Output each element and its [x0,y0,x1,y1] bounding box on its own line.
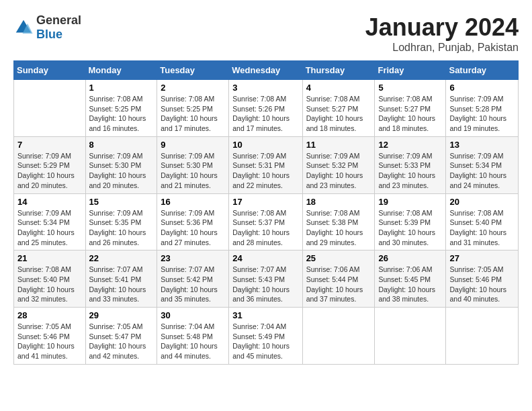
day-info: Sunrise: 7:09 AMSunset: 5:32 PMDaylight:… [306,151,371,191]
header-day-monday: Monday [85,61,157,80]
calendar-cell: 7Sunrise: 7:09 AMSunset: 5:29 PMDaylight… [14,136,86,193]
header-day-tuesday: Tuesday [157,61,229,80]
calendar-table: SundayMondayTuesdayWednesdayThursdayFrid… [13,60,519,365]
day-info: Sunrise: 7:07 AMSunset: 5:43 PMDaylight:… [232,265,298,304]
day-info: Sunrise: 7:09 AMSunset: 5:34 PMDaylight:… [17,208,82,248]
day-info: Sunrise: 7:08 AMSunset: 5:27 PMDaylight:… [306,94,371,134]
calendar-cell: 25Sunrise: 7:06 AMSunset: 5:44 PMDayligh… [302,250,375,308]
day-number: 19 [378,197,442,207]
day-number: 26 [378,253,442,263]
day-info: Sunrise: 7:06 AMSunset: 5:44 PMDaylight:… [306,265,371,304]
calendar-header: SundayMondayTuesdayWednesdayThursdayFrid… [14,61,519,80]
header-day-saturday: Saturday [446,61,519,80]
week-row-1: 1Sunrise: 7:08 AMSunset: 5:25 PMDaylight… [14,80,519,137]
day-number: 27 [449,253,515,263]
calendar-cell: 9Sunrise: 7:09 AMSunset: 5:30 PMDaylight… [157,136,229,193]
calendar-cell: 23Sunrise: 7:07 AMSunset: 5:42 PMDayligh… [157,250,229,308]
day-number: 18 [306,197,371,207]
calendar-cell [14,80,86,137]
day-info: Sunrise: 7:06 AMSunset: 5:45 PMDaylight:… [378,265,442,304]
day-info: Sunrise: 7:08 AMSunset: 5:25 PMDaylight:… [89,94,154,134]
calendar-cell: 5Sunrise: 7:08 AMSunset: 5:27 PMDaylight… [375,80,446,137]
day-number: 31 [232,310,298,320]
day-number: 30 [161,310,225,320]
calendar-cell: 4Sunrise: 7:08 AMSunset: 5:27 PMDaylight… [302,80,375,137]
calendar-cell: 14Sunrise: 7:09 AMSunset: 5:34 PMDayligh… [14,193,86,250]
day-info: Sunrise: 7:09 AMSunset: 5:36 PMDaylight:… [161,208,225,248]
day-number: 28 [17,310,82,320]
day-info: Sunrise: 7:09 AMSunset: 5:29 PMDaylight:… [17,151,82,191]
day-number: 13 [449,140,515,150]
day-number: 6 [449,83,515,93]
header-day-wednesday: Wednesday [229,61,302,80]
calendar-subtitle: Lodhran, Punjab, Pakistan [365,42,519,54]
calendar-cell: 16Sunrise: 7:09 AMSunset: 5:36 PMDayligh… [157,193,229,250]
day-number: 9 [161,140,225,150]
calendar-cell: 21Sunrise: 7:08 AMSunset: 5:40 PMDayligh… [14,250,86,308]
day-info: Sunrise: 7:08 AMSunset: 5:38 PMDaylight:… [306,208,371,248]
day-number: 8 [89,140,154,150]
header-day-friday: Friday [375,61,446,80]
calendar-cell: 24Sunrise: 7:07 AMSunset: 5:43 PMDayligh… [229,250,302,308]
calendar-cell: 31Sunrise: 7:04 AMSunset: 5:49 PMDayligh… [229,308,302,365]
day-info: Sunrise: 7:09 AMSunset: 5:30 PMDaylight:… [161,151,225,191]
calendar-cell: 26Sunrise: 7:06 AMSunset: 5:45 PMDayligh… [375,250,446,308]
day-info: Sunrise: 7:08 AMSunset: 5:27 PMDaylight:… [378,94,442,134]
day-number: 4 [306,83,371,93]
day-number: 12 [378,140,442,150]
day-info: Sunrise: 7:09 AMSunset: 5:33 PMDaylight:… [378,151,442,191]
day-number: 16 [161,197,225,207]
day-info: Sunrise: 7:08 AMSunset: 5:26 PMDaylight:… [232,94,298,134]
day-info: Sunrise: 7:09 AMSunset: 5:28 PMDaylight:… [449,94,515,134]
day-number: 7 [17,140,82,150]
page-header: General Blue January 2024 Lodhran, Punja… [13,13,519,54]
title-block: January 2024 Lodhran, Punjab, Pakistan [365,13,519,54]
week-row-4: 21Sunrise: 7:08 AMSunset: 5:40 PMDayligh… [14,250,519,308]
day-info: Sunrise: 7:08 AMSunset: 5:25 PMDaylight:… [161,94,225,134]
day-number: 10 [232,140,298,150]
header-row: SundayMondayTuesdayWednesdayThursdayFrid… [14,61,519,80]
calendar-cell [302,308,375,365]
day-number: 1 [89,83,154,93]
week-row-5: 28Sunrise: 7:05 AMSunset: 5:46 PMDayligh… [14,308,519,365]
calendar-cell: 27Sunrise: 7:05 AMSunset: 5:46 PMDayligh… [446,250,519,308]
day-info: Sunrise: 7:08 AMSunset: 5:40 PMDaylight:… [449,208,515,248]
day-info: Sunrise: 7:09 AMSunset: 5:30 PMDaylight:… [89,151,154,191]
logo-blue: Blue [36,28,81,42]
calendar-cell: 28Sunrise: 7:05 AMSunset: 5:46 PMDayligh… [14,308,86,365]
calendar-cell: 30Sunrise: 7:04 AMSunset: 5:48 PMDayligh… [157,308,229,365]
week-row-3: 14Sunrise: 7:09 AMSunset: 5:34 PMDayligh… [14,193,519,250]
day-info: Sunrise: 7:05 AMSunset: 5:46 PMDaylight:… [17,322,82,361]
calendar-cell [375,308,446,365]
logo-general: General [36,13,81,28]
day-number: 3 [232,83,298,93]
day-number: 14 [17,197,82,207]
day-number: 5 [378,83,442,93]
day-number: 20 [449,197,515,207]
calendar-cell: 18Sunrise: 7:08 AMSunset: 5:38 PMDayligh… [302,193,375,250]
day-number: 29 [89,310,154,320]
day-info: Sunrise: 7:08 AMSunset: 5:37 PMDaylight:… [232,208,298,248]
calendar-body: 1Sunrise: 7:08 AMSunset: 5:25 PMDaylight… [14,80,519,365]
day-info: Sunrise: 7:04 AMSunset: 5:48 PMDaylight:… [161,322,225,361]
calendar-cell: 6Sunrise: 7:09 AMSunset: 5:28 PMDaylight… [446,80,519,137]
day-info: Sunrise: 7:05 AMSunset: 5:47 PMDaylight:… [89,322,154,361]
day-number: 24 [232,253,298,263]
day-number: 21 [17,253,82,263]
day-number: 22 [89,253,154,263]
calendar-cell: 29Sunrise: 7:05 AMSunset: 5:47 PMDayligh… [85,308,157,365]
day-number: 25 [306,253,371,263]
calendar-cell: 12Sunrise: 7:09 AMSunset: 5:33 PMDayligh… [375,136,446,193]
calendar-cell: 2Sunrise: 7:08 AMSunset: 5:25 PMDaylight… [157,80,229,137]
calendar-cell: 13Sunrise: 7:09 AMSunset: 5:34 PMDayligh… [446,136,519,193]
day-number: 23 [161,253,225,263]
day-info: Sunrise: 7:07 AMSunset: 5:42 PMDaylight:… [161,265,225,304]
day-info: Sunrise: 7:09 AMSunset: 5:35 PMDaylight:… [89,208,154,248]
calendar-title: January 2024 [365,13,519,42]
day-info: Sunrise: 7:09 AMSunset: 5:34 PMDaylight:… [449,151,515,191]
calendar-cell [446,308,519,365]
day-number: 11 [306,140,371,150]
logo-icon [13,17,34,38]
calendar-cell: 20Sunrise: 7:08 AMSunset: 5:40 PMDayligh… [446,193,519,250]
calendar-cell: 1Sunrise: 7:08 AMSunset: 5:25 PMDaylight… [85,80,157,137]
